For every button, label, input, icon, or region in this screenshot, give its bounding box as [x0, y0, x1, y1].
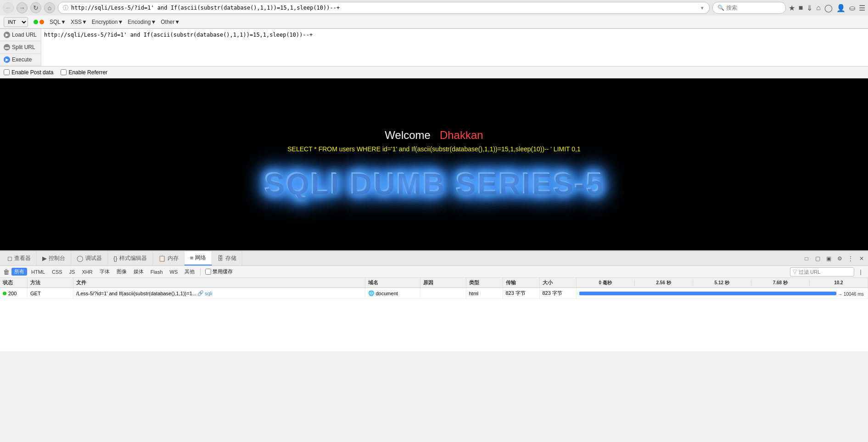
devtools-more-btn[interactable]: ⋮ — [846, 254, 855, 263]
row-reason — [420, 288, 466, 298]
home-nav-icon[interactable]: ⌂ — [816, 4, 821, 12]
tab-style-editor[interactable]: {} 样式编辑器 — [108, 251, 153, 265]
nav-bar: ← → ↻ ⌂ ⓘ ▼ 🔍 ★ ■ ⇓ ⌂ ◯ 👤 ⛀ ☰ — [0, 0, 868, 16]
row-file: /Less-5/?id=1' and If(ascii(substr(datab… — [73, 288, 365, 298]
col-size: 大小 — [540, 278, 577, 287]
execute-label: Execute — [12, 56, 32, 63]
avatar-icon[interactable]: 👤 — [836, 4, 846, 12]
row-transfer: 823 字节 — [503, 288, 540, 298]
filter-all[interactable]: 所有 — [11, 268, 27, 276]
encoding-menu[interactable]: Encoding▼ — [128, 19, 156, 25]
tab-storage[interactable]: 🗄 存储 — [212, 251, 242, 265]
menu-icon[interactable]: ☰ — [859, 4, 865, 12]
welcome-line: Welcome Dhakkan — [287, 129, 581, 142]
filter-flash[interactable]: Flash — [148, 269, 166, 275]
link-icon: 🔗 — [197, 290, 204, 296]
filter-ws[interactable]: WS — [167, 269, 181, 275]
bookmark-icon[interactable]: ★ — [789, 4, 795, 12]
search-box[interactable]: 🔍 — [712, 2, 786, 14]
no-cache-checkbox[interactable]: 禁用缓存 — [205, 268, 233, 275]
devtools-tabs: ◻ 查看器 ▶ 控制台 ◯ 调试器 {} 样式编辑器 📋 内存 ≡ 网络 🗄 存… — [0, 251, 868, 266]
home-button[interactable]: ⌂ — [44, 2, 55, 13]
address-bar[interactable]: ⓘ ▼ — [58, 2, 710, 14]
address-down-icon[interactable]: ▼ — [700, 6, 705, 11]
welcome-text: Welcome — [385, 129, 431, 141]
filter-xhr[interactable]: XHR — [79, 269, 95, 275]
encryption-menu[interactable]: Encryption▼ — [92, 19, 123, 25]
other-menu[interactable]: Other▼ — [161, 19, 180, 25]
url-textarea[interactable]: http://sqli/Less-5/?id=1' and If(ascii(s… — [42, 30, 867, 57]
filter-js[interactable]: JS — [67, 269, 78, 275]
tab-console[interactable]: ▶ 控制台 — [37, 251, 71, 265]
filter-html[interactable]: HTML — [28, 269, 48, 275]
back-button[interactable]: ← — [3, 2, 14, 13]
sql-menu[interactable]: SQL▼ — [50, 19, 66, 25]
search-icon: 🔍 — [717, 5, 724, 11]
enable-referrer-checkbox[interactable]: Enable Referrer — [61, 69, 107, 76]
filter-media[interactable]: 媒体 — [131, 268, 146, 276]
search-input[interactable] — [726, 5, 781, 11]
enable-post-data-checkbox[interactable]: Enable Post data — [4, 69, 53, 76]
col-type: 类型 — [466, 278, 503, 287]
tab-memory[interactable]: 📋 内存 — [153, 251, 185, 265]
debugger-label: 调试器 — [85, 254, 102, 262]
int-select[interactable]: INT STR HEX — [4, 17, 28, 27]
split-url-label: Split URL — [12, 44, 35, 50]
memory-label: 内存 — [168, 254, 179, 262]
toolbar-menu: SQL▼ XSS▼ Encryption▼ Encoding▼ Other▼ — [50, 19, 180, 25]
inspector-label: 查看器 — [14, 254, 31, 262]
col-reason: 原因 — [420, 278, 466, 287]
post-data-cb[interactable] — [4, 69, 10, 75]
referrer-cb[interactable] — [61, 69, 67, 75]
network-toolbar: 🗑 所有 HTML CSS JS XHR 字体 图像 媒体 Flash WS 其… — [0, 266, 868, 278]
col-method: 方法 — [28, 278, 73, 287]
row-size: 823 字节 — [540, 288, 577, 298]
devtools-dock-btn[interactable]: □ — [802, 254, 811, 263]
filter-url-input[interactable] — [790, 267, 854, 276]
url-input[interactable] — [71, 5, 697, 11]
execute-icon: ▶ — [4, 56, 10, 63]
filter-options-btn[interactable]: | — [856, 267, 865, 276]
no-cache-cb-input[interactable] — [205, 269, 211, 275]
status-code: 200 — [8, 291, 17, 296]
side-buttons: ▶ Load URL ▬ Split URL ▶ Execute — [0, 29, 41, 66]
load-url-button[interactable]: ▶ Load URL — [0, 29, 41, 41]
col-domain: 域名 — [365, 278, 420, 287]
filter-other[interactable]: 其他 — [182, 268, 197, 276]
execute-button[interactable]: ▶ Execute — [0, 54, 41, 66]
reload-button[interactable]: ↻ — [30, 2, 41, 13]
network-table: 状态 方法 文件 域名 原因 类型 传输 大小 0 毫秒 2.56 秒 5.12… — [0, 278, 868, 351]
devtools-right-buttons: □ ▢ ▣ ⚙ ⋮ ✕ — [802, 254, 866, 263]
filter-image[interactable]: 图像 — [114, 268, 129, 276]
forward-button[interactable]: → — [17, 2, 28, 13]
green-dot — [34, 20, 38, 24]
filter-font[interactable]: 字体 — [97, 268, 112, 276]
bookmark-manager-icon[interactable]: ■ — [799, 4, 803, 12]
download-icon[interactable]: ⇓ — [806, 4, 812, 12]
devtools-detach-btn[interactable]: ▣ — [824, 254, 833, 263]
welcome-name: Dhakkan — [440, 129, 483, 141]
status-indicator — [3, 292, 6, 295]
network-row[interactable]: 200 GET /Less-5/?id=1' and If(ascii(subs… — [0, 288, 868, 299]
devtools-close-btn[interactable]: ✕ — [857, 254, 866, 263]
url-textarea-container: http://sqli/Less-5/?id=1' and If(ascii(s… — [41, 29, 868, 66]
domain-text: document — [376, 291, 398, 296]
devtools-settings-btn[interactable]: ⚙ — [835, 254, 844, 263]
storage-icon: 🗄 — [218, 255, 224, 262]
row-method: GET — [28, 288, 73, 298]
devtools-split-btn[interactable]: ▢ — [813, 254, 822, 263]
clear-network-btn[interactable]: 🗑 — [3, 268, 10, 276]
toolbar: INT STR HEX SQL▼ XSS▼ Encryption▼ Encodi… — [0, 16, 868, 28]
filter-css[interactable]: CSS — [49, 269, 65, 275]
xss-menu[interactable]: XSS▼ — [71, 19, 87, 25]
col-transfer: 传输 — [503, 278, 540, 287]
extensions-icon[interactable]: ⛀ — [849, 4, 855, 12]
account-icon[interactable]: ◯ — [824, 4, 833, 12]
tab-debugger[interactable]: ◯ 调试器 — [71, 251, 108, 265]
tab-inspector[interactable]: ◻ 查看器 — [2, 251, 37, 265]
sql-query: SELECT * FROM users WHERE id='1' and If(… — [287, 145, 581, 153]
content-center: Welcome Dhakkan SELECT * FROM users WHER… — [287, 129, 581, 166]
split-url-button[interactable]: ▬ Split URL — [0, 41, 41, 54]
tab-network[interactable]: ≡ 网络 — [185, 251, 213, 265]
network-icon: ≡ — [190, 254, 194, 261]
